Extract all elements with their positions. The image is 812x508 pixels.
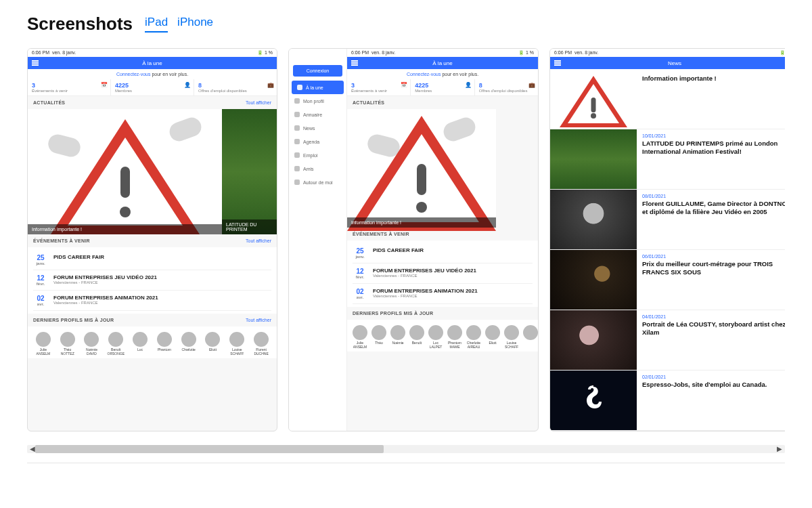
profile-avatar[interactable]: PhantomMAME <box>447 325 462 349</box>
sidebar-item[interactable]: Annuaire <box>289 108 346 121</box>
event-row[interactable]: 12févr.FORUM ENTREPRISES JEU VIDÉO 2021V… <box>33 270 271 291</box>
news-item[interactable]: 10/01/2021LATITUDE DU PRINTEMPS primé au… <box>550 129 785 190</box>
news-item[interactable]: 02/01/2021Espresso-Jobs, site d'emploi a… <box>550 371 785 431</box>
nav-icon <box>294 152 300 158</box>
stat-jobs[interactable]: 8Offres d'emploi disponibles💼 <box>475 79 538 96</box>
sidebar-item[interactable]: Mon profil <box>289 94 346 108</box>
profile-avatar[interactable]: Eliott <box>203 332 223 356</box>
profile-avatar[interactable]: CharlotteAIREAU <box>466 325 481 349</box>
warning-image <box>28 109 222 234</box>
profile-avatar[interactable]: LucLALPET <box>428 325 443 349</box>
login-banner[interactable]: Connectez-vous pour en voir plus. <box>28 69 277 79</box>
stat-events[interactable]: 3Événements à venir📅 <box>347 79 411 96</box>
screenshots-carousel[interactable]: 6:06 PM ven. 8 janv. 🔋 1 % À la une Conn… <box>27 48 785 440</box>
scroll-right-icon[interactable]: ▶ <box>774 445 785 452</box>
sidebar-item[interactable]: News <box>289 121 346 135</box>
profile-avatar[interactable]: LouiseSCHAFF <box>504 325 519 349</box>
menu-icon[interactable] <box>554 60 561 66</box>
app-bar: À la une <box>28 57 277 69</box>
status-bar: 6:06 PM ven. 8 janv. 🔋 1 % <box>28 49 277 57</box>
connect-button[interactable]: Connexion <box>293 65 342 77</box>
briefcase-icon: 💼 <box>528 82 535 88</box>
profile-avatar[interactable]: Noémie <box>390 325 405 349</box>
nav-icon <box>294 98 300 104</box>
profiles-list: JulieANSELMThéoNOTTEZNoémieDAVIDBenoîtOR… <box>28 326 277 358</box>
news-thumbnail <box>550 69 637 129</box>
event-row[interactable]: 02avr.FORUM ENTREPRISES ANIMATION 2021Va… <box>33 291 271 311</box>
profile-avatar[interactable]: Luc <box>130 332 150 356</box>
news-thumbnail <box>550 371 637 430</box>
event-row[interactable]: 25janv.PIDS CAREER FAIR <box>353 243 533 263</box>
sidebar: Connexion À la uneMon profilAnnuaireNews… <box>289 49 347 431</box>
screenshot-3[interactable]: 6:06 PM ven. 8 janv. 🔋 1 % News Informat… <box>549 48 785 431</box>
profile-avatar[interactable] <box>523 325 538 349</box>
nav-icon <box>294 166 300 171</box>
profile-avatar[interactable]: Charlotte <box>179 332 199 356</box>
news-thumbnail <box>550 129 637 189</box>
nav-icon <box>294 125 300 131</box>
tab-iphone[interactable]: iPhone <box>177 16 213 33</box>
profile-avatar[interactable]: Théo <box>371 325 386 349</box>
sidebar-item[interactable]: À la une <box>292 81 344 94</box>
stat-members[interactable]: 4225Membres👤 <box>411 79 474 96</box>
profile-avatar[interactable]: LouiseSCHAFF <box>227 332 247 356</box>
nav-icon <box>294 112 300 117</box>
section-news-header: ACTUALITÉSTout afficher <box>28 96 277 109</box>
section-profiles-header: DERNIERS PROFILS MIS À JOURTout afficher <box>28 314 277 326</box>
news-card-side[interactable]: LATITUDE DU PRINTEM <box>222 109 277 234</box>
person-icon: 👤 <box>184 82 191 88</box>
divider <box>27 463 785 463</box>
menu-icon[interactable] <box>32 60 39 66</box>
profile-avatar[interactable]: Eliott <box>485 325 500 349</box>
news-thumbnail <box>550 250 637 310</box>
login-banner[interactable]: Connectez-vous pour en voir plus. <box>347 69 538 79</box>
nav-icon <box>294 179 300 185</box>
device-tabs: iPad iPhone <box>145 16 213 33</box>
profile-avatar[interactable]: Benoît <box>409 325 424 349</box>
horizontal-scrollbar[interactable]: ◀ ▶ <box>27 445 785 453</box>
section-events-header: ÉVÉNEMENTS À VENIRTout afficher <box>28 234 277 247</box>
nav-icon <box>297 85 302 90</box>
profile-avatar[interactable]: Phantom <box>154 332 175 356</box>
status-bar: 6:06 PM ven. 8 janv. 🔋 1 % <box>550 49 785 57</box>
screenshot-1[interactable]: 6:06 PM ven. 8 janv. 🔋 1 % À la une Conn… <box>27 48 277 431</box>
news-item[interactable]: 06/01/2021Prix du meilleur court-métrage… <box>550 250 785 310</box>
nav-icon <box>294 139 300 144</box>
view-all-link[interactable]: Tout afficher <box>246 238 271 243</box>
view-all-link[interactable]: Tout afficher <box>246 100 271 105</box>
view-all-link[interactable]: Tout afficher <box>246 318 271 322</box>
sidebar-item[interactable]: Autour de moi <box>289 175 346 189</box>
news-item[interactable]: Information importante ! <box>550 69 785 129</box>
stat-events[interactable]: 3Événements à venir📅 <box>28 79 111 96</box>
sidebar-item[interactable]: Agenda <box>289 135 346 148</box>
event-row[interactable]: 25janv.PIDS CAREER FAIR <box>33 250 271 270</box>
tab-ipad[interactable]: iPad <box>145 16 168 33</box>
event-row[interactable]: 12févr.FORUM ENTREPRISES JEU VIDÉO 2021V… <box>353 263 533 284</box>
news-thumbnail <box>550 310 637 370</box>
profile-avatar[interactable]: BenoîtORSONGE <box>106 332 126 356</box>
app-bar: À la une <box>347 57 538 69</box>
profile-avatar[interactable]: NoémieDAVID <box>82 332 102 356</box>
sidebar-item[interactable]: Emploi <box>289 148 346 162</box>
app-bar: News <box>550 57 785 69</box>
menu-icon[interactable] <box>351 60 358 66</box>
news-item[interactable]: 04/01/2021Portrait de Léa COUSTY, storyb… <box>550 310 785 371</box>
profile-avatar[interactable]: JulieANSELM <box>353 325 367 349</box>
news-card-main[interactable]: Information importante ! <box>28 109 222 234</box>
profile-avatar[interactable]: JulieANSELM <box>33 332 53 356</box>
status-bar: 6:06 PM ven. 8 janv. 🔋 1 % <box>347 49 538 57</box>
sidebar-item[interactable]: Amis <box>289 162 346 175</box>
news-cards[interactable]: Information importante ! LATITUDE DU PRI… <box>28 109 277 234</box>
stat-members[interactable]: 4225Membres👤 <box>111 79 194 96</box>
news-list[interactable]: Information importante !10/01/2021LATITU… <box>550 69 785 431</box>
screenshot-2[interactable]: Connexion À la uneMon profilAnnuaireNews… <box>288 48 539 431</box>
profile-avatar[interactable]: ThéoNOTTEZ <box>58 332 78 356</box>
news-card-main[interactable]: Information importante ! <box>347 109 496 228</box>
event-row[interactable]: 02avr.FORUM ENTREPRISES ANIMATION 2021Va… <box>353 284 533 304</box>
news-item[interactable]: 08/01/2021Florent GUILLAUME, Game Direct… <box>550 190 785 250</box>
events-list: 25janv.PIDS CAREER FAIR12févr.FORUM ENTR… <box>28 247 277 314</box>
profile-avatar[interactable]: FlorentDUCHNE <box>251 332 271 356</box>
stats-row: 3Événements à venir📅 4225Membres👤 8Offre… <box>28 79 277 96</box>
stat-jobs[interactable]: 8Offres d'emploi disponibles💼 <box>194 79 277 96</box>
warning-image <box>347 109 496 228</box>
